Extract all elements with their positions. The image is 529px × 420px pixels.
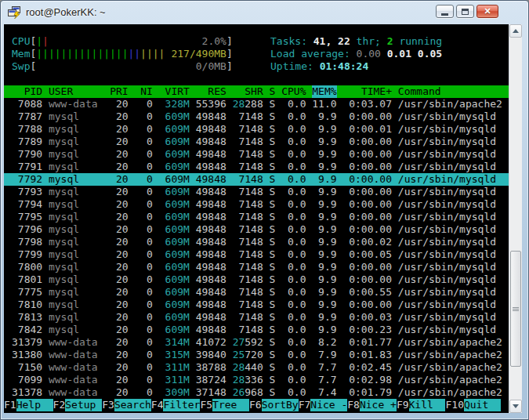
- process-row[interactable]: 7795mysql200609M498487148S0.09.90:00.00/…: [4, 211, 509, 223]
- fkey-f10[interactable]: F10: [445, 399, 463, 411]
- fkey-label-kill[interactable]: Kill: [409, 399, 446, 411]
- column-header-mem-sorted[interactable]: MEM%: [312, 85, 336, 98]
- process-row[interactable]: 7793mysql200609M498487148S0.09.90:00.00/…: [4, 186, 509, 198]
- process-row[interactable]: 7842mysql200609M498487148S0.09.90:00.23/…: [4, 324, 509, 336]
- scrollbar[interactable]: [509, 24, 522, 413]
- cell-user: mysql: [49, 324, 103, 336]
- titlebar[interactable]: root@PokerKK: ~ ✕: [1, 1, 528, 24]
- meter-value: 217/490MB: [171, 48, 226, 60]
- cell-shr: 7148: [233, 223, 263, 236]
- process-row[interactable]: 7775mysql200609M498487148S0.09.90:00.55/…: [4, 286, 509, 299]
- cell-shr: 28440: [233, 361, 263, 374]
- cell-shr: 7148: [233, 299, 263, 311]
- fkey-f3[interactable]: F3: [102, 399, 114, 411]
- fkey-f7[interactable]: F7: [299, 399, 311, 411]
- column-header-virt[interactable]: VIRT: [159, 85, 190, 98]
- fkey-f6[interactable]: F6: [249, 399, 262, 411]
- process-row[interactable]: 7794mysql200609M498487148S0.09.90:00.00/…: [4, 198, 509, 211]
- scrollbar-thumb[interactable]: [510, 251, 521, 367]
- cell-shr: 26968: [233, 386, 263, 399]
- cell-mem-percent: 9.9: [312, 110, 336, 123]
- cell-shr: 7148: [233, 186, 263, 198]
- fkey-label-help[interactable]: Help: [16, 399, 53, 411]
- fkey-label-search[interactable]: Search: [114, 399, 151, 411]
- cell-ni: 0: [134, 261, 152, 273]
- cell-shr: 7148: [233, 123, 263, 136]
- fkey-f2[interactable]: F2: [53, 399, 66, 411]
- fkey-label-nice[interactable]: Nice +: [360, 399, 397, 411]
- fkey-label-setup[interactable]: Setup: [65, 399, 102, 411]
- minimize-button[interactable]: [436, 5, 454, 18]
- fkey-f4[interactable]: F4: [151, 399, 164, 411]
- process-row[interactable]: 7787mysql200609M498487148S0.09.90:00.00/…: [4, 110, 509, 123]
- cell-mem-percent: 9.9: [312, 273, 336, 286]
- cell-virt: 609M: [159, 211, 190, 223]
- process-row[interactable]: 31380www-data200315M3984025720S0.07.90:0…: [4, 349, 509, 361]
- process-row[interactable]: 7088www-data200328M5539628288S0.011.00:0…: [4, 98, 509, 110]
- fkey-label-tree[interactable]: Tree: [212, 399, 249, 411]
- cell-user: mysql: [49, 123, 103, 136]
- fkey-f8[interactable]: F8: [347, 399, 360, 411]
- process-row[interactable]: 7813mysql200609M498487148S0.09.90:00.03/…: [4, 311, 509, 324]
- stats: Tasks: 41, 22 thr; 2 running Load averag…: [263, 35, 509, 73]
- process-row[interactable]: 7791mysql200609M498487148S0.09.90:00.00/…: [4, 161, 509, 173]
- cpu-meter: CPU[||2.0%]: [4, 35, 263, 48]
- load-average-line: Load average: 0.00 0.01 0.05: [263, 48, 509, 60]
- cell-virt: 328M: [159, 98, 190, 110]
- cell-command: /usr/sbin/mysqld: [398, 223, 509, 236]
- process-row[interactable]: 7790mysql200609M498487148S0.09.90:00.00/…: [4, 148, 509, 161]
- process-row[interactable]: 31378www-data200309M3714826968S0.07.40:0…: [4, 386, 509, 399]
- process-row[interactable]: 7150www-data200311M3878828440S0.07.70:02…: [4, 361, 509, 374]
- cell-shr: 28336: [233, 374, 263, 386]
- scrollbar-track[interactable]: [509, 38, 522, 400]
- cell-command: /usr/sbin/mysqld: [398, 198, 509, 211]
- fkey-label-nice[interactable]: Nice -: [310, 399, 347, 411]
- column-header-s[interactable]: S: [270, 85, 276, 98]
- process-row[interactable]: 7099www-data200311M3872428336S0.07.70:02…: [4, 374, 509, 386]
- process-row[interactable]: 7796mysql200609M498487148S0.09.90:00.00/…: [4, 223, 509, 236]
- column-header-res[interactable]: RES: [196, 85, 226, 98]
- cell-shr: 27592: [233, 336, 263, 349]
- scroll-down-button[interactable]: [509, 400, 522, 413]
- cell-res: 49848: [196, 261, 226, 273]
- column-header-pid[interactable]: PID: [12, 85, 42, 98]
- close-button[interactable]: ✕: [476, 5, 498, 18]
- process-row[interactable]: 7789mysql200609M498487148S0.09.90:00.00/…: [4, 136, 509, 148]
- process-row[interactable]: 7810mysql200609M498487148S0.09.90:00.00/…: [4, 299, 509, 311]
- cell-cpu-percent: 0.0: [281, 211, 306, 223]
- cell-res: 38788: [196, 361, 226, 374]
- scroll-up-button[interactable]: [509, 24, 522, 38]
- fkey-label-filter[interactable]: Filter: [163, 399, 200, 411]
- cell-mem-percent: 9.9: [312, 236, 336, 248]
- process-row[interactable]: 31379www-data200314M4107227592S0.08.20:0…: [4, 336, 509, 349]
- putty-icon: [7, 6, 21, 19]
- cell-mem-percent: 7.7: [312, 361, 336, 374]
- column-header-command[interactable]: Command: [398, 85, 509, 98]
- meter-label: CPU: [12, 35, 30, 48]
- maximize-button[interactable]: [456, 5, 474, 18]
- fkey-f1[interactable]: F1: [4, 399, 16, 411]
- column-header-cpu[interactable]: CPU%: [281, 85, 306, 98]
- column-header-time[interactable]: TIME+: [342, 85, 392, 98]
- process-row[interactable]: 7800mysql200609M498487148S0.09.90:00.00/…: [4, 261, 509, 273]
- cell-res: 49848: [196, 110, 226, 123]
- fkey-f5[interactable]: F5: [200, 399, 212, 411]
- fkey-label-sortby[interactable]: SortBy: [262, 399, 299, 411]
- process-row-selected[interactable]: 7792mysql200609M498487148S0.09.90:00.00/…: [4, 173, 509, 186]
- column-header-ni[interactable]: NI: [134, 85, 152, 98]
- meter-tick: |: [36, 48, 42, 60]
- meter-bar: ||2.0%: [36, 35, 226, 48]
- process-row[interactable]: 7798mysql200609M498487148S0.09.90:00.02/…: [4, 236, 509, 248]
- cell-time: 0:00.00: [342, 148, 392, 161]
- meter-label: Mem: [12, 48, 30, 60]
- fkey-label-quit[interactable]: Quit: [464, 399, 501, 411]
- cell-time: 0:00.23: [342, 324, 392, 336]
- process-row[interactable]: 7788mysql200609M498487148S0.09.90:00.01/…: [4, 123, 509, 136]
- fkey-f9[interactable]: F9: [397, 399, 409, 411]
- process-row[interactable]: 7801mysql200609M498487148S0.09.90:00.00/…: [4, 273, 509, 286]
- cell-cpu-percent: 0.0: [281, 148, 306, 161]
- column-header-shr[interactable]: SHR: [233, 85, 263, 98]
- process-row[interactable]: 7799mysql200609M498487148S0.09.90:00.05/…: [4, 248, 509, 261]
- column-header-pri[interactable]: PRI: [110, 85, 128, 98]
- column-header-user[interactable]: USER: [49, 85, 103, 98]
